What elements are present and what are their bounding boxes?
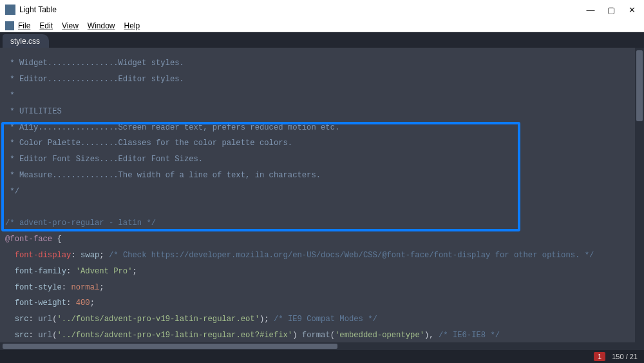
tab-style-css[interactable]: style.css	[3, 34, 49, 48]
window-minimize-button[interactable]: —	[586, 5, 595, 14]
menu-window[interactable]: Window	[88, 21, 115, 30]
status-error-badge[interactable]: 1	[594, 352, 605, 361]
horizontal-scrollbar[interactable]	[0, 342, 644, 350]
status-bar: 1 150 / 21	[0, 350, 644, 363]
code-line: */	[5, 187, 19, 196]
menu-file[interactable]: File	[18, 21, 30, 30]
code-line: *	[5, 91, 15, 100]
code-line: * Editor Font Sizes....Editor Font Sizes…	[5, 155, 203, 164]
vertical-scrollbar[interactable]	[635, 48, 644, 342]
window-maximize-button[interactable]: ▢	[607, 5, 616, 14]
status-cursor-position: 150 / 21	[612, 353, 638, 360]
app-icon-small	[5, 21, 14, 30]
code-line: * Widget...............Widget styles.	[5, 59, 184, 68]
window-titlebar: Light Table — ▢ ✕	[0, 0, 644, 19]
window-close-button[interactable]: ✕	[627, 5, 636, 14]
horizontal-scrollbar-thumb[interactable]	[3, 344, 337, 349]
code-line: /* advent-pro-regular - latin */	[5, 219, 156, 228]
code-editor[interactable]: * Widget...............Widget styles. * …	[0, 48, 635, 342]
menu-edit[interactable]: Edit	[39, 21, 53, 30]
code-line: * A11y.................Screen reader tex…	[5, 123, 339, 132]
code-line: * Color Palette........Classes for the c…	[5, 139, 292, 148]
code-line: * UTILITIES	[5, 107, 62, 116]
code-line: * Measure..............The width of a li…	[5, 171, 321, 180]
app-icon	[5, 5, 15, 15]
tab-bar: style.css	[0, 32, 644, 48]
menu-bar: File Edit View Window Help	[0, 19, 644, 32]
window-title: Light Table	[19, 5, 57, 14]
menu-view[interactable]: View	[62, 21, 79, 30]
code-atrule: @font-face	[5, 235, 52, 244]
code-line: * Editor...............Editor styles.	[5, 75, 184, 84]
menu-help[interactable]: Help	[124, 21, 140, 30]
vertical-scrollbar-thumb[interactable]	[636, 50, 643, 121]
